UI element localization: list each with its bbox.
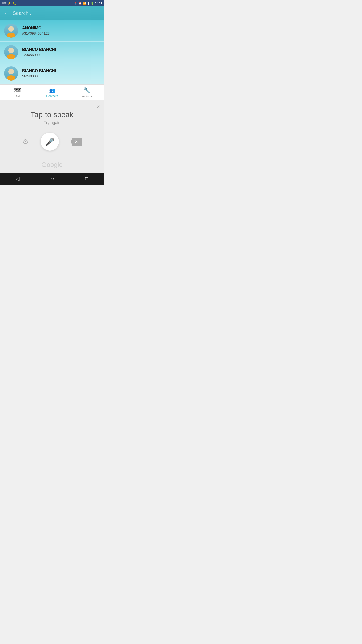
nav-bar: ◁ ○ □ [0, 173, 104, 185]
close-button[interactable]: × [97, 103, 100, 110]
bottom-tabs: ⌨ Dial 👥 Contacts 🔧 settings [0, 84, 104, 100]
contacts-icon: 👥 [49, 87, 55, 93]
contact-name: BIANCO BIANCHI [22, 69, 56, 73]
avatar-body [7, 54, 15, 59]
usb-icon: ⚡ [8, 2, 11, 5]
contact-info: BIANCO BIANCHI 56240988 [22, 69, 56, 78]
google-label: Google [41, 161, 63, 169]
contact-item-anonimo[interactable]: ANONIMO #31#0984654123 [0, 20, 104, 42]
tab-settings-label: settings [81, 95, 92, 98]
wifi-icon: 📶 [83, 2, 86, 5]
voice-settings-icon[interactable]: ⚙ [22, 138, 29, 146]
dial-icon: ⌨ [13, 87, 21, 94]
status-bar-right: 📍 ⏰ 📶 ▐ 🔋 15:11 [74, 2, 102, 5]
back-button[interactable]: ← [4, 10, 10, 16]
delete-button[interactable]: ✕ [71, 138, 82, 146]
tab-dial[interactable]: ⌨ Dial [0, 87, 35, 98]
avatar [4, 66, 18, 80]
contact-name: BIANCO BIANCHI [22, 47, 56, 52]
contact-item-bianco-1[interactable]: BIANCO BIANCHI 123456000 [0, 42, 104, 63]
alarm-icon: ⏰ [78, 2, 82, 5]
back-nav-button[interactable]: ◁ [16, 176, 19, 182]
status-bar-left: ⌨ ⚡ 🐛 [2, 2, 16, 5]
avatar-body [7, 33, 15, 38]
contact-number: #31#0984654123 [22, 31, 50, 35]
tab-dial-label: Dial [15, 95, 20, 98]
location-icon: 📍 [74, 2, 77, 5]
time: 15:11 [95, 2, 102, 5]
recents-nav-button[interactable]: □ [85, 176, 88, 182]
avatar [4, 24, 18, 38]
tab-contacts-label: Contacts [46, 94, 58, 98]
mic-button[interactable]: 🎤 [41, 133, 59, 151]
contact-info: BIANCO BIANCHI 123456000 [22, 47, 56, 57]
avatar-head [8, 48, 14, 53]
avatar-body [7, 75, 15, 80]
search-input[interactable]: Search... [13, 10, 100, 16]
settings-icon: 🔧 [83, 87, 90, 94]
avatar-head [8, 69, 14, 74]
contact-item-bianco-2[interactable]: BIANCO BIANCHI 56240988 [0, 63, 104, 84]
tab-settings[interactable]: 🔧 settings [69, 87, 104, 98]
avatar-head [8, 26, 14, 32]
signal-icon: ▐ [87, 2, 89, 5]
avatar [4, 45, 18, 59]
status-bar: ⌨ ⚡ 🐛 📍 ⏰ 📶 ▐ 🔋 15:11 [0, 0, 104, 6]
tab-contacts[interactable]: 👥 Contacts [35, 87, 69, 98]
search-bar: ← Search... [0, 6, 104, 20]
voice-panel: × Tap to speak Try again ⚙ 🎤 ✕ Google [0, 100, 104, 173]
home-nav-button[interactable]: ○ [51, 176, 54, 182]
voice-controls: ⚙ 🎤 ✕ [22, 133, 82, 151]
tap-to-speak-label[interactable]: Tap to speak [31, 110, 73, 119]
contact-info: ANONIMO #31#0984654123 [22, 26, 50, 35]
keyboard-icon: ⌨ [2, 2, 6, 5]
contacts-list: ANONIMO #31#0984654123 BIANCO BIANCHI 12… [0, 20, 104, 84]
bug-icon: 🐛 [13, 2, 16, 5]
contact-number: 56240988 [22, 74, 56, 78]
contact-number: 123456000 [22, 53, 56, 57]
contact-name: ANONIMO [22, 26, 50, 30]
battery-icon: 🔋 [90, 2, 94, 5]
try-again-label[interactable]: Try again [44, 120, 60, 125]
